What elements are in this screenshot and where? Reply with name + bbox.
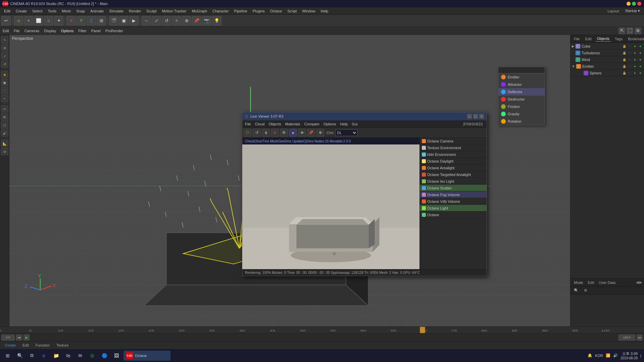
lt-magnet[interactable]: ⚙	[1, 113, 8, 121]
ctx-emitter[interactable]: Emitter	[498, 73, 545, 81]
menu-mograph[interactable]: MoGraph	[189, 8, 210, 14]
tb-undo[interactable]: ↩	[1, 16, 11, 25]
lt-sculpt[interactable]: ⬡	[1, 121, 8, 129]
context-search-input[interactable]	[498, 67, 545, 73]
ctx-friction[interactable]: Friction	[498, 103, 545, 110]
lt-move[interactable]: ✛	[1, 44, 8, 52]
lv-menu-file[interactable]: File	[244, 121, 252, 127]
lv-obj-scatter[interactable]: Octane Scatter	[420, 185, 487, 191]
obj-emit-expand[interactable]: ▼	[572, 65, 575, 68]
photos-button[interactable]: 🖼	[111, 351, 121, 361]
obj-wind-lock[interactable]: 🔒	[622, 57, 627, 62]
lv-menu-help[interactable]: Help	[339, 121, 349, 127]
lt-rotate[interactable]: ↺	[1, 60, 8, 68]
lv-tb-eye[interactable]: 👁	[298, 129, 306, 137]
start-button[interactable]: ⊞	[3, 351, 13, 361]
obj-cube-lock[interactable]: 🔒	[622, 44, 627, 49]
lv-obj-targetted[interactable]: Octane Targetted Arealight	[420, 171, 487, 178]
tb-all[interactable]: ⊞	[97, 16, 106, 25]
tb-z[interactable]: Z	[87, 16, 96, 25]
rp-tab-edit[interactable]: Edit	[584, 36, 593, 42]
obj-wind[interactable]: ▶ ~ Wind 🔒 ⋯ ● ●	[571, 56, 644, 63]
lv-obj-texture-env[interactable]: Texture Environment	[420, 144, 487, 151]
menu-window[interactable]: Window	[299, 8, 318, 14]
tb-freeform[interactable]: ✧	[172, 16, 181, 25]
tb-cube[interactable]: ⬜	[34, 16, 43, 25]
obj-cube[interactable]: ▶ □ Cube 🔒 ⋯ ● ●	[571, 43, 644, 50]
vp-cameras[interactable]: Cameras	[23, 28, 41, 34]
obj-wind-dots[interactable]: ⋯	[627, 57, 632, 62]
lv-controls[interactable]: – □ ×	[467, 114, 484, 119]
tb-scale[interactable]: ⤢	[152, 16, 161, 25]
tb-light[interactable]: ✦	[54, 16, 63, 25]
mail-button[interactable]: ✉	[75, 351, 85, 361]
layout-selector[interactable]: Startup ▾	[622, 8, 643, 14]
bb-texture[interactable]: Texture	[54, 343, 70, 348]
lt-poly-select[interactable]: ▣	[1, 79, 8, 86]
titlebar-controls[interactable]	[627, 2, 641, 6]
obj-emit-render[interactable]: ●	[638, 64, 643, 69]
tb-y[interactable]: Y	[77, 16, 86, 25]
obj-turb-render[interactable]: ●	[638, 51, 643, 55]
vp-panel[interactable]: Panel	[90, 28, 102, 34]
lt-point-select[interactable]: •	[1, 95, 8, 102]
obj-sphere-dots[interactable]: ⋯	[627, 71, 632, 75]
lv-obj-fog[interactable]: Octane Fog Volume	[420, 191, 487, 198]
menu-script[interactable]: Script	[285, 8, 299, 14]
menu-motion-tracker[interactable]: Motion Tracker	[159, 8, 189, 14]
lv-menu-gui[interactable]: Gui	[350, 121, 359, 127]
lv-tb-octane[interactable]: ⬡	[244, 129, 252, 137]
ps-button[interactable]: 🔵	[99, 351, 109, 361]
vp-prorender[interactable]: ProRender	[104, 28, 125, 34]
tb-obj[interactable]: ◎	[14, 16, 23, 25]
menu-octane[interactable]: Octane	[267, 8, 285, 14]
tb-camera[interactable]: 📷	[202, 16, 211, 25]
obj-turb-visibility[interactable]: ●	[633, 51, 637, 55]
rp-tab-file[interactable]: File	[573, 36, 581, 42]
tl-frame-val[interactable]: 0 F	[1, 335, 15, 341]
lv-obj-hdri[interactable]: Hdri Environment	[420, 151, 487, 158]
lv-tb-stop[interactable]: R	[271, 129, 279, 137]
tb-snap[interactable]: 📌	[192, 16, 201, 25]
lv-tb-settings[interactable]: ⚙	[280, 129, 288, 137]
menu-tools[interactable]: Tools	[45, 8, 59, 14]
obj-cube-expand[interactable]: ▶	[572, 45, 574, 48]
lt-morph[interactable]: ⊘	[1, 148, 8, 155]
menu-character[interactable]: Character	[210, 8, 231, 14]
ctx-rotation[interactable]: Rotation	[498, 118, 545, 125]
tb-film[interactable]: 🎬	[109, 16, 118, 25]
lv-maximize[interactable]: □	[473, 114, 478, 119]
obj-emitter[interactable]: ▼ ⊙ Emitter 🔒 ⋯ ● ●	[571, 63, 644, 70]
menu-simulate[interactable]: Simulate	[106, 8, 126, 14]
lv-minimize[interactable]: –	[467, 114, 472, 119]
lv-menu-cloud[interactable]: Cloud	[254, 121, 266, 127]
obj-cube-visibility[interactable]: ●	[633, 44, 637, 49]
tb-transform[interactable]: ⊕	[182, 16, 191, 25]
mode-edit[interactable]: Edit	[587, 280, 596, 285]
lv-tb-color[interactable]: ●	[289, 129, 297, 137]
menu-create[interactable]: Create	[13, 8, 30, 14]
obj-emit-lock[interactable]: 🔒	[622, 64, 627, 69]
menu-render[interactable]: Render	[126, 8, 144, 14]
lv-obj-camera[interactable]: Octane Camera	[420, 138, 487, 144]
lv-tb-target[interactable]: ⊕	[316, 129, 324, 137]
chrome-button[interactable]: ⊙	[87, 351, 97, 361]
obj-sphere-visibility[interactable]: ●	[633, 71, 637, 75]
mode-mode[interactable]: Mode	[573, 280, 585, 285]
tb-lightbulb[interactable]: 💡	[212, 16, 221, 25]
vp-edit[interactable]: Edit	[1, 28, 10, 34]
menu-pipeline[interactable]: Pipeline	[232, 8, 250, 14]
vp-settings[interactable]: ⚙	[635, 27, 641, 34]
lv-close[interactable]: ×	[479, 114, 484, 119]
obj-turb-lock[interactable]: 🔒	[622, 51, 627, 55]
obj-sphere-lock[interactable]: 🔒	[622, 71, 627, 75]
obj-emit-dots[interactable]: ⋯	[627, 64, 632, 69]
obj-wind-render[interactable]: ●	[638, 57, 643, 62]
minimize-button[interactable]	[627, 2, 631, 6]
menu-help[interactable]: Help	[318, 8, 331, 14]
obj-turbulence[interactable]: ▶ ≈ Turbulence 🔒 ⋯ ● ●	[571, 50, 644, 56]
tl-end[interactable]: ⏭	[637, 335, 643, 341]
rp-tab-objects[interactable]: Objects	[596, 36, 611, 42]
lv-obj-octane-light[interactable]: Octane Light	[420, 205, 487, 212]
tb-x[interactable]: ✕	[66, 16, 76, 25]
